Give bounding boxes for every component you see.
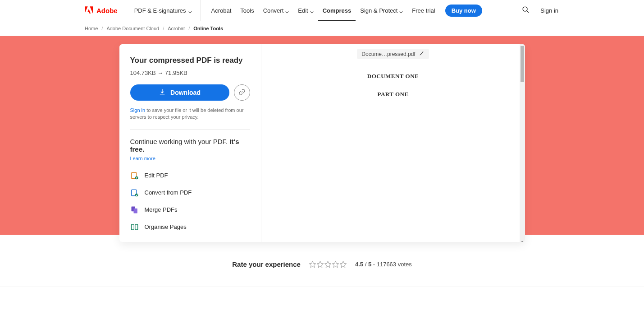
svg-rect-7	[133, 208, 137, 213]
rate-value: 4.5 / 5 - 117663 votes	[355, 261, 412, 268]
star-rating	[309, 260, 347, 268]
nav-links: AcrobatToolsConvertEditCompressSign & Pr…	[207, 0, 440, 21]
document-preview: DOCUMENT ONE ---------- PART ONE	[367, 73, 419, 98]
rate-score: 4.5	[355, 261, 363, 268]
download-row: Download	[130, 84, 250, 101]
breadcrumb-separator: /	[188, 26, 190, 31]
rate-outof: 5	[368, 261, 371, 268]
result-title: Your compressed PDF is ready	[130, 56, 250, 65]
result-panel: Your compressed PDF is ready 104.73KB → …	[119, 44, 261, 242]
star-5[interactable]	[339, 260, 347, 268]
breadcrumb-separator: /	[163, 26, 164, 31]
nav-item-label: Sign & Protect	[360, 7, 397, 14]
nav-pdf-label: PDF & E-signatures	[134, 7, 186, 14]
rate-label: Rate your experience	[232, 260, 301, 268]
breadcrumb: Home/Adobe Document Cloud/Acrobat/Online…	[0, 21, 644, 36]
nav-item-label: Edit	[298, 7, 308, 14]
download-label: Download	[170, 89, 201, 96]
nav-item-label: Tools	[240, 7, 254, 14]
star-3[interactable]	[324, 260, 332, 268]
preview-scrollbar[interactable]	[520, 44, 525, 242]
filename-text: Docume…pressed.pdf	[361, 51, 415, 57]
nav-left: PDF & E-signatures AcrobatToolsConvertEd…	[126, 0, 482, 21]
nav-right: Sign in	[522, 6, 558, 15]
nav-item-free-trial[interactable]: Free trial	[407, 0, 439, 21]
nav-item-compress[interactable]: Compress	[318, 0, 356, 21]
nav-item-acrobat[interactable]: Acrobat	[207, 0, 236, 21]
tool-merge-pdfs[interactable]: Merge PDFs	[130, 205, 250, 214]
download-icon	[159, 88, 166, 97]
hero: Your compressed PDF is ready 104.73KB → …	[0, 36, 644, 235]
tool-list: Edit PDFConvert from PDFMerge PDFsOrgani…	[130, 171, 250, 232]
nav-item-label: Acrobat	[211, 7, 232, 14]
size-reduction: 104.73KB → 71.95KB	[130, 70, 250, 76]
download-button[interactable]: Download	[130, 84, 229, 101]
preview-dashes: ----------	[367, 83, 419, 88]
nav-item-label: Free trial	[412, 7, 435, 14]
star-1[interactable]	[309, 260, 316, 268]
breadcrumb-item: Online Tools	[193, 26, 223, 31]
sign-in-link[interactable]: Sign in	[540, 7, 558, 14]
preview-line-1: DOCUMENT ONE	[367, 73, 419, 80]
filename-chip[interactable]: Docume…pressed.pdf	[357, 49, 429, 59]
svg-line-1	[527, 10, 529, 12]
signin-hint-link[interactable]: Sign in	[130, 107, 146, 113]
adobe-logo[interactable]: Adobe	[85, 0, 126, 21]
tool-label: Convert from PDF	[145, 189, 192, 196]
size-from: 104.73KB	[130, 70, 156, 76]
breadcrumb-separator: /	[101, 26, 103, 31]
preview-pane: Docume…pressed.pdf DOCUMENT ONE --------…	[261, 44, 525, 242]
tool-icon	[130, 171, 139, 180]
scroll-arrow-down-icon[interactable]	[521, 237, 524, 241]
tool-icon	[130, 188, 139, 197]
preview-line-2: PART ONE	[367, 91, 419, 98]
star-2[interactable]	[316, 260, 324, 268]
chevron-down-icon	[399, 9, 403, 12]
tool-icon	[130, 223, 139, 232]
svg-point-0	[523, 7, 527, 11]
size-arrow: →	[157, 70, 163, 76]
signin-hint-text: to save your file or it will be deleted …	[130, 107, 244, 120]
nav-item-label: Compress	[323, 7, 352, 14]
rate-votes: 117663	[377, 261, 396, 268]
star-4[interactable]	[332, 260, 339, 268]
chevron-down-icon	[310, 9, 314, 12]
adobe-logo-text: Adobe	[96, 7, 118, 14]
breadcrumb-item[interactable]: Home	[85, 26, 98, 31]
scroll-thumb[interactable]	[521, 46, 524, 82]
pencil-icon[interactable]	[419, 51, 425, 57]
rate-votes-word: votes	[398, 261, 412, 268]
breadcrumb-item[interactable]: Adobe Document Cloud	[106, 26, 159, 31]
tool-label: Edit PDF	[145, 172, 168, 179]
result-card: Your compressed PDF is ready 104.73KB → …	[119, 44, 525, 242]
svg-rect-8	[131, 224, 134, 230]
breadcrumb-item[interactable]: Acrobat	[168, 26, 185, 31]
adobe-logo-icon	[85, 6, 93, 15]
svg-rect-9	[135, 224, 137, 230]
chevron-down-icon	[188, 9, 192, 12]
nav-pdf-esignatures[interactable]: PDF & E-signatures	[126, 0, 201, 21]
buy-now-button[interactable]: Buy now	[445, 5, 482, 17]
size-to: 71.95KB	[165, 70, 187, 76]
search-icon[interactable]	[522, 6, 530, 15]
signin-hint: Sign in to save your file or it will be …	[130, 107, 250, 130]
tool-organise-pages[interactable]: Organise Pages	[130, 223, 250, 232]
nav-item-tools[interactable]: Tools	[236, 0, 258, 21]
nav-item-label: Convert	[263, 7, 284, 14]
continue-heading: Continue working with your PDF. It's fre…	[130, 138, 250, 153]
link-icon	[238, 88, 246, 97]
tool-convert-from-pdf[interactable]: Convert from PDF	[130, 188, 250, 197]
tool-label: Merge PDFs	[145, 206, 178, 213]
chevron-down-icon	[285, 9, 289, 12]
nav-item-sign-protect[interactable]: Sign & Protect	[356, 0, 407, 21]
continue-text: Continue working with your PDF.	[130, 138, 230, 145]
copy-link-button[interactable]	[234, 84, 250, 101]
tool-edit-pdf[interactable]: Edit PDF	[130, 171, 250, 180]
rating-bar: Rate your experience 4.5 / 5 - 117663 vo…	[0, 242, 644, 287]
tool-label: Organise Pages	[145, 223, 187, 230]
top-nav: Adobe PDF & E-signatures AcrobatToolsCon…	[0, 0, 644, 21]
tool-icon	[130, 205, 139, 214]
nav-item-edit[interactable]: Edit	[293, 0, 318, 21]
nav-item-convert[interactable]: Convert	[259, 0, 294, 21]
learn-more-link[interactable]: Learn more	[130, 156, 250, 161]
